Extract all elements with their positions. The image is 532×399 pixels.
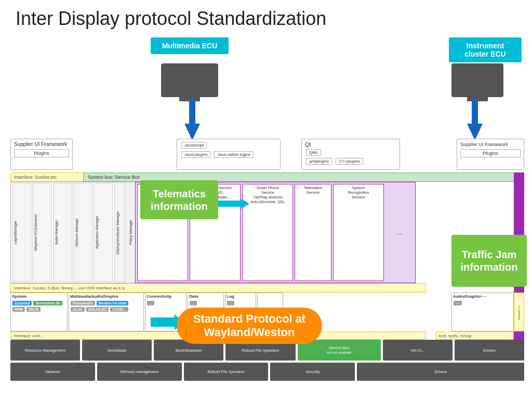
virt-io: Virt IO... [383, 340, 453, 361]
qmlplugins-label: qmlplugins [306, 158, 332, 165]
data-item: ... [190, 301, 197, 305]
robust-fs-2: Robust File Sysmtem [184, 363, 269, 381]
pulseaudio: PulseAudio [71, 301, 95, 305]
audio-manager: Audio Manager [53, 183, 72, 282]
policy-manager-label: Policy Manager [129, 220, 132, 245]
weston-shell: Weston IVI-shell [97, 301, 129, 305]
network-k: Network [10, 363, 95, 381]
diagram-area: Multimedia ECU Instrument cluster ECU Su… [0, 32, 532, 396]
log-item: ... [227, 301, 234, 305]
cppplugins-label: C++plugins [336, 158, 363, 165]
dbus: DBUS [26, 307, 41, 312]
security-k: Security [270, 363, 355, 381]
drivers-2: Drivers [357, 363, 524, 381]
standard-protocol-callout: Standard Protocol at Wayland/Weston [177, 308, 322, 344]
supplier-ui-right: Supplier UI Framework Plugins [457, 139, 524, 170]
plugins-right: Plugins [460, 149, 521, 157]
java-native-label: Java native lugins [214, 151, 254, 158]
system-layer: System Sysmtad Servicebus lib RPM DBUS [10, 292, 68, 331]
speech-service: SpeechRecoginitionService [333, 184, 384, 281]
connectivity-label: Connectivity [147, 294, 185, 299]
qml-label: QML [306, 149, 321, 156]
resource-mgmt: Resource Management [10, 340, 80, 361]
audio-label: Audio/Graphis/····· [453, 294, 512, 299]
alsa: ALSA [71, 307, 85, 312]
kernel-row-2: Network Memory management Robust File Sy… [10, 363, 524, 381]
instrument-ecu-box: Instrument cluster ECU [449, 37, 522, 62]
log-label: Log [227, 294, 255, 299]
multimedia-ecu-box: Multimedia ECU [151, 37, 229, 54]
telematics-service: TelematicsService [295, 184, 331, 281]
traffic-jam-callout: Traffic Jam information [451, 235, 527, 287]
qt-framework-box: Qt QML qmlplugins C++plugins [301, 139, 400, 170]
vertical-managers-area: LayerManager Wayland-IVI-Extension Audio… [10, 182, 135, 283]
wayland-ext: Wayland-IVI-Extension [32, 183, 51, 282]
code: CODE... [110, 307, 128, 312]
multimedia-layer: Multimedia/Audio/Graphis PulseAudio West… [69, 292, 144, 331]
shared-mem-label: Shared m... [517, 304, 521, 320]
shared-memory-bar: Shared m... [514, 292, 524, 331]
ioctl-right-bar: ioctl, sysfs, mmap [436, 331, 514, 340]
layer-manager: LayerManager [12, 183, 31, 282]
connectivity-item: ... [147, 301, 154, 305]
javascript-label: JavaScript [181, 142, 207, 149]
instrument-monitor [451, 63, 503, 97]
telematics-callout: Telematics information [140, 180, 218, 219]
arrow-up-instrument [467, 99, 483, 140]
dots-service: .... [385, 184, 414, 281]
system-label: System [12, 294, 66, 299]
drivers-1: Drivers [455, 340, 524, 361]
main-title: Inter Display protocol Standardization [0, 0, 532, 32]
network-manager: Network Manager [73, 183, 92, 282]
policy-manager-box: Policy Manager [125, 182, 136, 283]
app-manager: Application Manager [94, 183, 113, 282]
servicebus-lib: Servicebus lib [33, 301, 62, 305]
interface-bar-middle: Interface: Socekt, D-Bus, library,,,, us… [10, 283, 426, 292]
memory-mgmt: Memory management [97, 363, 182, 381]
rpm: RPM [12, 307, 25, 312]
smartphone-service: Smart PhoneServiceCarPlay, AndroidAuto,M… [242, 184, 293, 281]
arrow-up-multimedia [184, 99, 200, 140]
egl-gles: EGL/GLES [86, 307, 109, 312]
sysmtad: Sysmtad [12, 301, 32, 305]
multimedia-monitor [161, 63, 218, 97]
supplier-ui-left: Supplier UI Framework Plugins [10, 139, 73, 170]
multimedia-label: Multimedia/Audio/Graphis [70, 294, 142, 299]
js-framework-box: JavaScript Java plugins Java native lugi… [177, 139, 281, 170]
data-label: Data [189, 294, 222, 299]
qt-label: Qt [305, 141, 396, 148]
audio-layer: Audio/Graphis/····· ···· [451, 292, 514, 331]
scheduler: Secheduler [82, 340, 152, 361]
plugins-left: Plugins [14, 149, 69, 157]
audio-dots: ···· [454, 301, 462, 305]
java-plugins-label: Java plugins [181, 151, 210, 158]
